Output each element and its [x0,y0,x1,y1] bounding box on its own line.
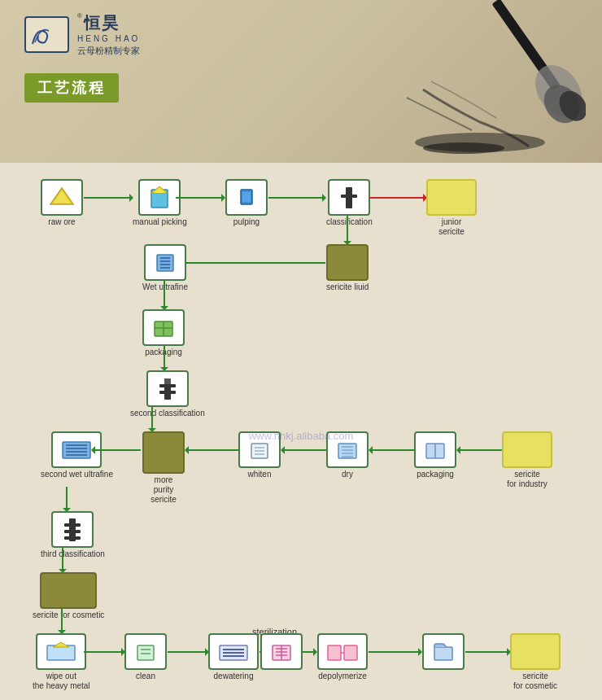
raw-ore-icon [41,179,83,216]
sterilization-box [260,633,303,670]
third-class-icon [51,511,94,548]
arrow-r1-2 [176,197,225,199]
arrow-swu-tc [66,487,68,511]
wipe-out-icon [36,633,86,670]
junior-sericite-icon [426,179,477,216]
junior-sericite-label: juniorsericite [438,217,465,237]
dewatering-label: dewatering [214,672,254,681]
arrow-pkg2-dry [369,449,414,451]
sericite-cosmetic1-icon [40,572,97,609]
raw-ore-box: raw ore [41,179,83,227]
second-wet-box: second wet ultrafine [41,431,113,479]
more-purity-label: morepuritysericite [150,475,177,505]
svg-rect-45 [64,530,81,533]
pulping-label: pulping [233,217,260,227]
sericite-liuid-box: sericite liuid [326,244,369,292]
arrow-dp-sc2 [369,651,421,653]
depolymerize-box: depolymerize [317,633,368,681]
packaging2-label: packaging [417,470,454,479]
content-area: www.hhkj.alibaba.com raw ore [0,163,602,700]
packaging1-icon [142,309,185,346]
svg-rect-25 [159,384,176,387]
sericite-industry-label: sericitefor industry [507,470,547,489]
logo-en: HENG HAO [77,34,140,43]
arrow-wh-mp [185,449,238,451]
wipe-out-label: wipe outthe heavy metal [33,672,90,691]
wipe-out-box: wipe outthe heavy metal [33,633,90,691]
arrow-sc1-wo [61,609,63,633]
manual-picking-icon [138,179,181,216]
arrow-pkg-sc [164,346,165,370]
sericite-cosmetic2-folder-icon [422,633,465,670]
second-wet-label: second wet ultrafine [41,470,113,479]
third-class-box: third classification [41,511,105,559]
second-class-label: second classification [130,409,205,418]
arrow-sl-wu [183,262,325,264]
arrow-r1-3 [268,197,325,199]
raw-ore-label: raw ore [48,217,75,227]
arrow-si-pkg2 [457,449,502,451]
sericite-cosmetic1-label: sericite for cosmetic [33,610,104,620]
arrow-tc-sc1 [62,548,63,572]
second-class-box: second classification [130,370,205,418]
title-text: 工艺流程 [37,80,106,96]
sericite-industry-box: sericitefor industry [502,431,552,489]
arrow-wu-pkg [164,281,165,309]
svg-rect-14 [341,195,357,198]
arrow-dy-wh [281,449,326,451]
pulping-box: pulping [225,179,268,227]
sericite-liuid-label: sericite liuid [326,282,369,292]
sericite-cosmetic2-label: sericitefor cosmetic [513,672,557,691]
arrow-r1-4 [369,197,426,199]
depolymerize-label: depolymerize [318,672,366,681]
logo-sub: 云母粉精制专家 [77,45,140,57]
arrow-fold-sc2 [465,651,510,653]
header-section: ® 恒昊 HENG HAO 云母粉精制专家 工艺流程 [0,0,602,163]
classification-icon [328,179,370,216]
svg-rect-46 [64,536,81,540]
arrow-r1-1 [84,197,133,199]
second-class-icon [146,370,189,407]
sericite-liuid-icon [326,244,369,281]
svg-rect-12 [242,192,251,202]
clean-icon [124,633,167,670]
logo-icon [24,16,69,53]
pulping-icon [225,179,268,216]
whiten-box: whiten [238,431,281,479]
dewatering-icon [208,633,259,670]
title-box: 工艺流程 [24,73,119,103]
brush-graphic [382,0,586,155]
arrow-mp-swu [92,449,141,451]
logo-area: ® 恒昊 HENG HAO 云母粉精制专家 [24,12,140,57]
arrow-class-down [347,216,348,244]
logo-cn: 恒昊 [84,12,120,34]
logo-text: ® 恒昊 HENG HAO 云母粉精制专家 [77,12,140,57]
dewatering-box: dewatering [208,633,259,681]
packaging2-icon [414,431,456,468]
svg-point-5 [423,142,504,154]
sterilization-icon [260,633,303,670]
dry-box: dry [326,431,369,479]
manual-picking-box: manual picking [133,179,187,227]
svg-rect-15 [157,255,173,271]
dry-label: dry [342,470,353,479]
svg-rect-61 [328,645,341,660]
svg-rect-36 [338,444,356,458]
wet-ultrafine-icon [144,244,186,281]
flow-container: www.hhkj.alibaba.com raw ore [16,171,586,700]
svg-rect-26 [159,391,176,394]
svg-rect-47 [47,645,75,660]
arrow-cl-dw [168,651,208,653]
more-purity-icon [142,431,185,474]
arrow-sc-swu [151,407,153,431]
junior-sericite-box: juniorsericite [426,179,477,237]
manual-picking-label: manual picking [133,217,187,227]
clean-box: clean [124,633,167,681]
sericite-cosmetic2-box: sericitefor cosmetic [510,633,561,691]
sericite-cosmetic1-box: sericite for cosmetic [33,572,104,620]
classification-box: classification [326,179,373,227]
svg-rect-44 [64,523,81,527]
svg-rect-64 [434,647,452,660]
svg-rect-62 [344,645,357,660]
svg-rect-49 [137,645,154,660]
